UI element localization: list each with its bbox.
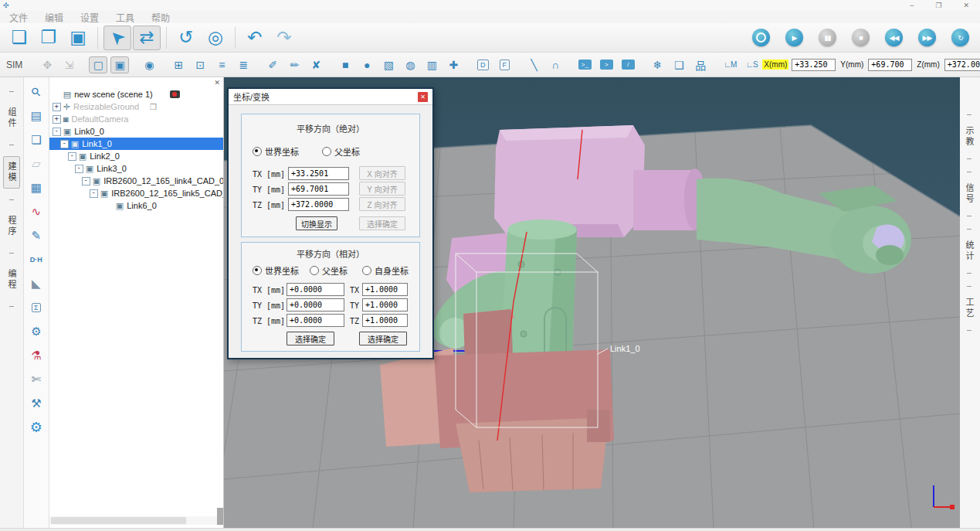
square-primitive-button[interactable]: ■ xyxy=(336,56,354,73)
new-file-button[interactable]: ❏ xyxy=(5,26,33,50)
undo-button[interactable]: ↶ xyxy=(241,26,269,50)
detach-button[interactable]: ✘ xyxy=(307,56,325,73)
tree-row-link4[interactable]: - ▣ IRB2600_12_165_link4_CAD_01_0 xyxy=(49,175,223,187)
attach-pen-button[interactable]: ✏ xyxy=(285,56,303,73)
expander[interactable]: - xyxy=(68,152,76,161)
open-file-button[interactable]: ❐ xyxy=(35,26,63,50)
select-tool-button[interactable]: ➤ xyxy=(103,26,131,50)
group-copy-button[interactable]: ❑ xyxy=(670,56,688,73)
path-curve-icon[interactable]: ∿ xyxy=(28,203,45,220)
visibility-button[interactable]: ◉ xyxy=(140,56,158,73)
world-coord-radio-rel[interactable]: 世界坐标 xyxy=(253,264,299,277)
terminal-run-button[interactable]: >_ xyxy=(575,56,594,73)
close-button[interactable]: ✕ xyxy=(963,2,969,9)
tree-row-camera[interactable]: + ◙ DefaultCamera xyxy=(49,113,223,125)
play-button[interactable]: ▶ xyxy=(785,29,803,46)
axis-m-button[interactable]: ∟M xyxy=(721,56,739,73)
lasso-select-icon[interactable]: ✄ xyxy=(28,371,45,388)
circle-primitive-button[interactable]: ● xyxy=(358,56,376,73)
menu-file[interactable]: 文件 xyxy=(9,11,28,24)
stop-button[interactable]: ■ xyxy=(852,29,870,46)
tree-row-ground[interactable]: + ✛ ResizableGround ❐ xyxy=(49,100,223,113)
x-coord-input[interactable] xyxy=(792,59,836,71)
rotate-tool-button[interactable]: ↺ xyxy=(172,26,200,50)
tx-abs-input[interactable] xyxy=(288,167,349,180)
self-coord-radio-rel[interactable]: 自身坐标 xyxy=(362,264,409,277)
tree-row-scene[interactable]: ▤ new scene (scene 1) xyxy=(49,88,223,100)
dialog-close-button[interactable]: ✕ xyxy=(418,92,428,102)
maximize-button[interactable]: ❐ xyxy=(935,2,941,9)
world-coord-radio[interactable]: 世界坐标 xyxy=(253,145,299,158)
translate-tool-button[interactable]: ⇄ xyxy=(133,26,161,50)
copy-add-button[interactable]: ⊞ xyxy=(169,56,188,73)
y-coord-input[interactable] xyxy=(868,59,912,71)
settings-gear-icon[interactable]: ⚙ xyxy=(28,419,45,436)
tree-row-link0[interactable]: - ▣ Link0_0 xyxy=(49,125,223,138)
tab-signal[interactable]: 信号 xyxy=(961,179,977,209)
horizontal-scrollbar[interactable] xyxy=(49,516,223,525)
expander[interactable]: - xyxy=(90,189,98,198)
ty-abs-input[interactable] xyxy=(288,182,349,196)
tree-row-link6[interactable]: ▣ Link6_0 xyxy=(49,199,223,212)
expander[interactable]: - xyxy=(53,128,61,136)
toggle-display-button[interactable]: 切换显示 xyxy=(296,216,337,230)
layer-brush-icon[interactable]: ❏ xyxy=(28,131,45,148)
shaded-view-button[interactable]: ▣ xyxy=(110,56,129,73)
protractor-icon[interactable]: ◣ xyxy=(28,275,45,292)
y-align-button[interactable]: Y 向对齐 xyxy=(359,182,405,196)
expander[interactable]: + xyxy=(53,103,61,111)
confirm-select-button-right[interactable]: 选择确定 xyxy=(359,332,407,345)
tx-rel-input[interactable] xyxy=(287,283,344,296)
pause-button[interactable]: ▮▮ xyxy=(819,29,836,46)
save-button[interactable]: ▣ xyxy=(64,26,92,50)
expander[interactable]: - xyxy=(82,177,90,186)
chip-f-button[interactable]: F xyxy=(495,56,514,73)
ty-rel-input[interactable] xyxy=(287,298,344,311)
z-align-button[interactable]: Z 向对齐 xyxy=(359,197,405,211)
menu-tools[interactable]: 工具 xyxy=(116,11,134,24)
tz-rel-input[interactable] xyxy=(287,314,344,327)
search-icon[interactable]: ⚲ xyxy=(28,83,45,100)
x-align-button[interactable]: X 向对齐 xyxy=(359,166,405,180)
move-tool-button[interactable]: ✥ xyxy=(38,56,56,73)
point-add-button[interactable]: ✚ xyxy=(444,56,463,73)
expander[interactable]: - xyxy=(60,140,69,148)
chip-d-button[interactable]: D xyxy=(473,56,492,73)
sigma-report-icon[interactable]: Σ xyxy=(28,299,45,316)
tree-row-link1-selected[interactable]: - ▣ Link1_0 xyxy=(49,138,223,150)
tab-components[interactable]: 组件 xyxy=(4,103,19,134)
minimize-button[interactable]: – xyxy=(910,2,914,9)
expander[interactable]: - xyxy=(75,165,83,173)
robot-dh-icon[interactable]: D·H xyxy=(28,251,45,268)
measure-line-button[interactable]: ╲ xyxy=(524,56,543,73)
tools-icon[interactable]: ⚒ xyxy=(28,395,45,412)
node-graph-button[interactable]: 品 xyxy=(691,56,710,73)
sphere-primitive-button[interactable]: ◍ xyxy=(401,56,419,73)
confirm-select-button-abs[interactable]: 选择确定 xyxy=(359,216,405,230)
parent-coord-radio-rel[interactable]: 父坐标 xyxy=(310,264,348,277)
rewind-button[interactable]: ◀◀ xyxy=(885,29,903,46)
attach-pin-button[interactable]: ✐ xyxy=(263,56,282,73)
menu-edit[interactable]: 编辑 xyxy=(45,11,63,24)
redo-button[interactable]: ↷ xyxy=(270,26,298,50)
terminal-button[interactable]: > xyxy=(597,56,615,73)
ty-step-input[interactable] xyxy=(362,298,408,311)
tree-row-link3[interactable]: - ▣ Link3_0 xyxy=(49,162,223,175)
tab-statistics[interactable]: 统计 xyxy=(961,236,977,267)
record-button[interactable] xyxy=(752,29,770,46)
tree-row-link2[interactable]: - ▣ Link2_0 xyxy=(49,150,223,162)
confirm-select-button-left[interactable]: 选择确定 xyxy=(287,332,334,345)
scrollbar-thumb[interactable] xyxy=(51,517,186,524)
tab-process[interactable]: 工艺 xyxy=(961,293,977,324)
list-sync-button[interactable]: ≣ xyxy=(234,56,253,73)
fast-forward-button[interactable]: ▶▶ xyxy=(918,29,936,46)
tz-step-input[interactable] xyxy=(362,314,408,327)
tab-programming[interactable]: 编程 xyxy=(4,264,19,295)
drawer-cabinet-icon[interactable]: ▦ xyxy=(28,179,45,196)
expander[interactable]: + xyxy=(53,115,61,124)
tz-abs-input[interactable] xyxy=(288,198,349,211)
menu-settings[interactable]: 设置 xyxy=(80,11,99,24)
edit-program-icon[interactable]: ✎ xyxy=(28,227,45,244)
tab-modeling[interactable]: 建模 xyxy=(3,156,20,189)
kinematics-icon[interactable]: ⚗ xyxy=(28,347,45,364)
